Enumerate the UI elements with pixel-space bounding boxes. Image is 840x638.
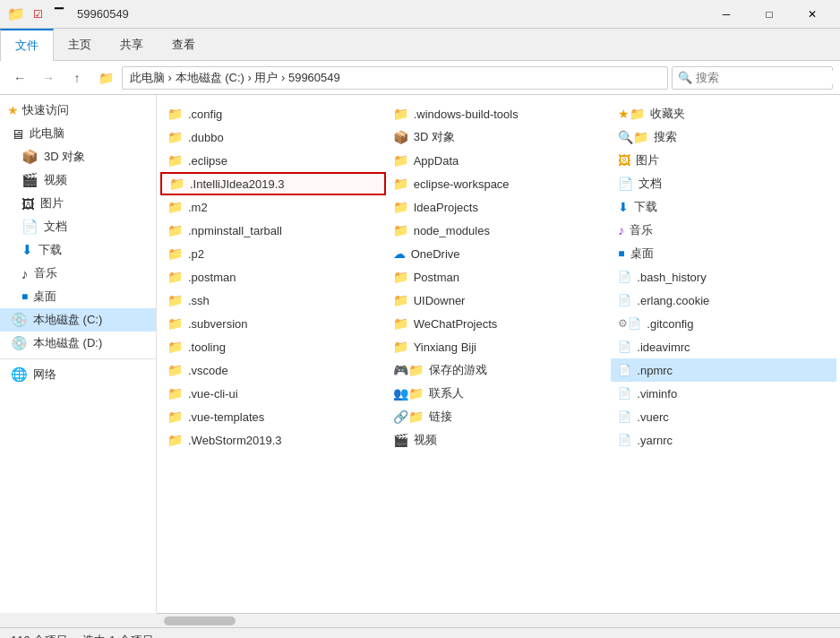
folder-music-icon: ♪ [618, 223, 624, 237]
file-item-postman[interactable]: 📁 .postman [160, 265, 386, 289]
title-bar: 📁 ☑ ▔ 59960549 ─ □ ✕ [0, 0, 840, 29]
star-icon: ★ [7, 103, 19, 117]
3d-icon: 📦 [21, 149, 39, 165]
folder-icon: 📁 [393, 200, 408, 214]
window-title: 59960549 [77, 7, 129, 21]
file-item-yarnrc[interactable]: 📄 .yarnrc [611, 428, 836, 452]
folder-icon: 📁 [393, 177, 408, 191]
file-item-search[interactable]: 🔍📁 搜索 [611, 125, 836, 149]
file-item-downloads[interactable]: ⬇ 下载 [611, 195, 836, 219]
folder-icon: 📁 [167, 386, 183, 401]
sidebar-item-local-c[interactable]: 💿 本地磁盘 (C:) [0, 308, 156, 332]
sidebar-item-quick-access[interactable]: ★ 快速访问 [0, 99, 156, 122]
horizontal-scrollbar[interactable] [157, 613, 840, 627]
main-layout: ★ 快速访问 🖥 此电脑 📦 3D 对象 🎬 视频 🖼 图片 📄 文档 ⬇ 下载 [0, 95, 840, 613]
file-item-npminstall[interactable]: 📁 .npminstall_tarball [160, 219, 386, 242]
folder-icon: 📁 [167, 270, 183, 284]
file-item-ssh[interactable]: 📁 .ssh [160, 289, 386, 312]
file-item-node-modules[interactable]: 📁 node_modules [386, 219, 612, 242]
file-item-video-folder[interactable]: 🎬 视频 [386, 428, 612, 452]
file-item-music[interactable]: ♪ 音乐 [611, 219, 836, 242]
up-button[interactable]: ↑ [64, 65, 90, 91]
forward-button[interactable]: → [36, 65, 61, 91]
file-item-3d-objects[interactable]: 📦 3D 对象 [386, 125, 612, 149]
sidebar-item-music[interactable]: ♪ 音乐 [0, 262, 156, 285]
file-item-favorites[interactable]: ★📁 收藏夹 [611, 102, 836, 125]
file-item-eclipse-workspace[interactable]: 📁 eclipse-workspace [386, 172, 612, 195]
file-item-gitconfig[interactable]: ⚙📄 .gitconfig [611, 312, 836, 335]
folder-icon: 📁 [167, 433, 183, 447]
file-item-ideavimrc[interactable]: 📄 .ideavimrc [611, 335, 836, 358]
file-item-vue-templates[interactable]: 📁 .vue-templates [160, 405, 386, 428]
file-item-contacts[interactable]: 👥📁 联系人 [386, 382, 612, 405]
file-item-bash-history[interactable]: 📄 .bash_history [611, 265, 836, 289]
file-item-eclipse[interactable]: 📁 .eclipse [160, 149, 386, 172]
tab-share[interactable]: 共享 [106, 29, 158, 60]
folder-special-icon: ★📁 [618, 107, 645, 121]
sidebar-item-pictures[interactable]: 🖼 图片 [0, 192, 156, 215]
file-item-yinxiang[interactable]: 📁 Yinxiang Biji [386, 335, 612, 358]
title-bar-icons: 📁 ☑ ▔ [7, 5, 68, 23]
file-item-appdata[interactable]: 📁 AppData [386, 149, 612, 172]
folder-icon: 📁 [167, 107, 183, 121]
sidebar-item-video[interactable]: 🎬 视频 [0, 168, 156, 192]
sidebar-item-downloads[interactable]: ⬇ 下载 [0, 238, 156, 262]
search-box[interactable]: 🔍 [672, 66, 833, 90]
folder-dl-icon: ⬇ [618, 200, 629, 214]
file-gear-icon: ⚙📄 [618, 317, 641, 330]
file-item-config[interactable]: 📁 .config [160, 102, 386, 125]
window-controls[interactable]: ─ □ ✕ [706, 0, 833, 29]
file-item-erlang-cookie[interactable]: 📄 .erlang.cookie [611, 289, 836, 312]
scroll-thumb[interactable] [164, 616, 236, 625]
file-item-webstorm[interactable]: 📁 .WebStorm2019.3 [160, 428, 386, 452]
file-item-viminfo[interactable]: 📄 .viminfo [611, 382, 836, 405]
file-item-desktop[interactable]: ■ 桌面 [611, 242, 836, 265]
file-item-saved-games[interactable]: 🎮📁 保存的游戏 [386, 358, 612, 382]
sidebar: ★ 快速访问 🖥 此电脑 📦 3D 对象 🎬 视频 🖼 图片 📄 文档 ⬇ 下载 [0, 95, 157, 613]
pc-icon: 🖥 [11, 126, 24, 142]
search-input[interactable] [696, 71, 840, 84]
file-item-documents[interactable]: 📄 文档 [611, 172, 836, 195]
file-item-p2[interactable]: 📁 .p2 [160, 242, 386, 265]
minimize-button[interactable]: ─ [706, 0, 747, 29]
file-item-uidowner[interactable]: 📁 UIDowner [386, 289, 612, 312]
tab-file[interactable]: 文件 [0, 29, 54, 61]
file-item-vuerc[interactable]: 📄 .vuerc [611, 405, 836, 428]
file-item-dubbo[interactable]: 📁 .dubbo [160, 125, 386, 149]
file-icon: 📄 [618, 387, 631, 400]
sidebar-item-this-pc[interactable]: 🖥 此电脑 [0, 122, 156, 145]
close-button[interactable]: ✕ [792, 0, 833, 29]
tab-view[interactable]: 查看 [158, 29, 210, 60]
back-button[interactable]: ← [7, 65, 32, 91]
breadcrumb-text: 此电脑 › 本地磁盘 (C:) › 用户 › 59960549 [130, 70, 340, 86]
folder-icon: 📁 [93, 65, 118, 91]
file-item-wechat[interactable]: 📁 WeChatProjects [386, 312, 612, 335]
sidebar-item-3d[interactable]: 📦 3D 对象 [0, 145, 156, 168]
address-bar: ← → ↑ 📁 此电脑 › 本地磁盘 (C:) › 用户 › 59960549 … [0, 61, 840, 95]
file-item-tooling[interactable]: 📁 .tooling [160, 335, 386, 358]
file-item-pictures[interactable]: 🖼 图片 [611, 149, 836, 172]
file-item-vue-cli-ui[interactable]: 📁 .vue-cli-ui [160, 382, 386, 405]
sidebar-this-pc-label: 此电脑 [30, 125, 64, 142]
file-item-vscode[interactable]: 📁 .vscode [160, 358, 386, 382]
sidebar-item-desktop[interactable]: ■ 桌面 [0, 285, 156, 308]
sidebar-downloads-label: 下载 [39, 242, 62, 258]
file-item-onedrive[interactable]: ☁ OneDrive [386, 242, 612, 265]
sidebar-item-local-d[interactable]: 💿 本地磁盘 (D:) [0, 332, 156, 355]
file-item-m2[interactable]: 📁 .m2 [160, 195, 386, 219]
sidebar-item-documents[interactable]: 📄 文档 [0, 215, 156, 238]
folder-icon: 📁 [393, 293, 408, 307]
file-item-postman-app[interactable]: 📁 Postman [386, 265, 612, 289]
file-item-links[interactable]: 🔗📁 链接 [386, 405, 612, 428]
sidebar-item-network[interactable]: 🌐 网络 [0, 363, 156, 386]
video-icon: 🎬 [21, 172, 39, 188]
file-item-npmrc[interactable]: 📄 .npmrc [611, 358, 836, 382]
maximize-button[interactable]: □ [749, 0, 790, 29]
tab-home[interactable]: 主页 [54, 29, 106, 60]
breadcrumb[interactable]: 此电脑 › 本地磁盘 (C:) › 用户 › 59960549 [122, 66, 668, 90]
file-item-windows-build-tools[interactable]: 📁 .windows-build-tools [386, 102, 612, 125]
file-item-intellij[interactable]: 📁 .IntelliJIdea2019.3 [160, 172, 386, 195]
file-item-idea-projects[interactable]: 📁 IdeaProjects [386, 195, 612, 219]
file-item-subversion[interactable]: 📁 .subversion [160, 312, 386, 335]
folder-links-icon: 🔗📁 [393, 410, 424, 424]
